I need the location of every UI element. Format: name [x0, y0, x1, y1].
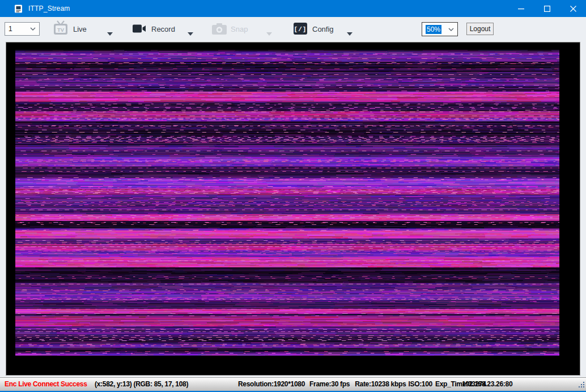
- zoom-select[interactable]: 50%: [422, 22, 458, 36]
- chevron-down-icon: [30, 27, 36, 31]
- logout-button[interactable]: Logout: [466, 23, 494, 35]
- record-button[interactable]: Record: [151, 25, 175, 34]
- video-noise-canvas: [15, 50, 559, 356]
- video-camera-icon[interactable]: [133, 24, 146, 36]
- tv-icon[interactable]: TV: [53, 20, 69, 38]
- zoom-select-value: 50%: [426, 25, 441, 34]
- connection-status: Enc Live Connect Success: [5, 380, 87, 388]
- titlebar: ITTP_Stream: [0, 0, 586, 17]
- cursor-info: (x:582, y:13) (RGB: 85, 17, 108): [95, 380, 188, 388]
- ip-address: 192.168.23.26:80: [462, 380, 512, 388]
- stream-frame: Frame:30 fps: [309, 380, 350, 388]
- stream-resolution: Resolution:1920*1080: [238, 380, 305, 388]
- close-button[interactable]: [560, 0, 586, 17]
- channel-select-value: 1: [9, 25, 12, 33]
- stream-info: Resolution:1920*1080Frame:30 fpsRate:102…: [238, 380, 486, 388]
- snap-button: Snap: [231, 25, 248, 34]
- window-controls: [508, 0, 586, 17]
- channel-select[interactable]: 1: [5, 22, 40, 36]
- statusbar: Enc Live Connect Success (x:582, y:13) (…: [0, 377, 586, 391]
- close-icon: [570, 6, 576, 12]
- app-icon: [14, 5, 23, 13]
- chevron-down-icon: [448, 28, 454, 31]
- maximize-button[interactable]: [534, 0, 560, 17]
- config-brackets-icon[interactable]: [/]: [294, 23, 307, 37]
- window-title: ITTP_Stream: [28, 5, 70, 12]
- stream-iso: ISO:100: [408, 380, 432, 388]
- svg-text:TV: TV: [57, 27, 65, 33]
- config-dropdown-arrow[interactable]: [347, 28, 353, 38]
- config-button[interactable]: Config: [312, 25, 334, 34]
- minimize-button[interactable]: [508, 0, 534, 17]
- snap-dropdown-arrow: [266, 28, 272, 38]
- video-display[interactable]: [6, 42, 580, 376]
- minimize-icon: [518, 6, 524, 12]
- resize-grip[interactable]: [577, 381, 585, 390]
- svg-text:[/]: [/]: [294, 26, 307, 33]
- toolbar: 1 TV Live Record Snap: [0, 17, 586, 42]
- stream-rate: Rate:10238 kbps: [355, 380, 406, 388]
- photo-camera-icon: [212, 23, 227, 37]
- record-dropdown-arrow[interactable]: [188, 28, 193, 38]
- live-button[interactable]: Live: [73, 25, 87, 34]
- live-dropdown-arrow[interactable]: [107, 28, 113, 38]
- maximize-icon: [544, 6, 550, 12]
